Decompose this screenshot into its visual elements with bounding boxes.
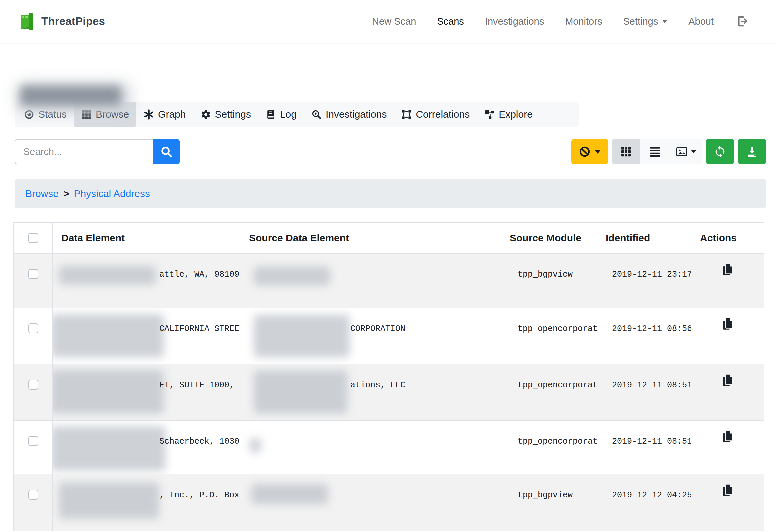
nav-about[interactable]: About (688, 16, 714, 27)
redacted-blur (59, 266, 156, 285)
data-element-text: attle, WA, 98109 (159, 270, 239, 279)
identified-text: 2019-12-12 04:25 (597, 474, 691, 531)
copy-icon (721, 373, 735, 388)
nav-monitors[interactable]: Monitors (565, 16, 602, 27)
ban-icon (579, 146, 591, 158)
nav-settings-label: Settings (623, 16, 658, 27)
select-all-checkbox[interactable] (28, 233, 38, 243)
source-data-element-text: ations, LLC (350, 380, 405, 390)
copy-button[interactable] (721, 317, 735, 331)
search-box (15, 139, 180, 164)
search-input[interactable] (15, 139, 153, 164)
nav-links: New Scan Scans Investigations Monitors S… (372, 14, 750, 29)
identified-text: 2019-12-11 23:17 (597, 254, 691, 308)
image-view-dropdown-button[interactable] (670, 139, 702, 164)
identified-text: 2019-12-11 08:56 (597, 308, 691, 364)
copy-button[interactable] (721, 429, 735, 444)
top-navbar: ThreatPipes New Scan Scans Investigation… (0, 0, 776, 43)
data-element-text: CALIFORNIA STREET (159, 324, 240, 334)
row-checkbox[interactable] (28, 323, 38, 333)
search-icon (160, 145, 173, 158)
list-icon (649, 146, 661, 158)
redacted-blur (250, 438, 261, 453)
nav-settings[interactable]: Settings (623, 16, 667, 27)
row-checkbox[interactable] (28, 436, 38, 446)
asterisk-icon (144, 109, 154, 120)
table-row: Schaerbeek, 1030 tpp_opencorporates 2019… (14, 421, 764, 474)
brand-name: ThreatPipes (41, 15, 105, 28)
copy-button[interactable] (721, 262, 735, 277)
search-button[interactable] (153, 139, 180, 164)
copy-icon (721, 429, 735, 444)
identified-text: 2019-12-11 08:51 (597, 421, 691, 474)
view-toggle-group (612, 139, 702, 164)
sign-out-icon (735, 14, 750, 29)
redacted-blur (53, 370, 164, 414)
nav-investigations[interactable]: Investigations (485, 16, 544, 27)
data-element-text: ET, SUITE 1000, N (159, 380, 240, 390)
source-data-element-text: CORPORATION (350, 324, 405, 334)
data-element-text: , Inc., P.O. Box 8 (159, 490, 240, 500)
table-header-row: Data Element Source Data Element Source … (14, 223, 764, 254)
table-row: attle, WA, 98109 tpp_bgpview 2019-12-11 … (14, 254, 764, 308)
tab-graph[interactable]: Graph (136, 102, 193, 127)
copy-icon (721, 317, 735, 331)
frame-icon (401, 109, 412, 120)
redacted-blur (254, 370, 348, 414)
nav-scans[interactable]: Scans (437, 16, 464, 27)
copy-button[interactable] (721, 373, 735, 388)
redacted-blur (254, 315, 350, 357)
magnifier-bolt-icon (311, 109, 322, 120)
row-checkbox[interactable] (28, 269, 38, 279)
table-row: ET, SUITE 1000, N ations, LLC tpp_openco… (14, 364, 764, 421)
redacted-blur (59, 482, 159, 519)
download-icon (746, 145, 758, 158)
redacted-blur (53, 314, 164, 357)
gear-icon (201, 109, 211, 120)
col-source-data-element: Source Data Element (240, 232, 349, 244)
identified-text: 2019-12-11 08:51 (597, 364, 691, 420)
tab-correlations[interactable]: Correlations (394, 102, 477, 127)
download-button[interactable] (738, 139, 766, 164)
row-checkbox[interactable] (28, 380, 38, 390)
chevron-down-icon (691, 150, 696, 153)
breadcrumb-physical-address[interactable]: Physical Address (74, 188, 150, 199)
scan-title-area (0, 43, 776, 102)
nav-new-scan[interactable]: New Scan (372, 16, 416, 27)
table-row: CALIFORNIA STREET CORPORATION tpp_openco… (14, 308, 764, 364)
refresh-button[interactable] (706, 139, 734, 164)
source-module-text: tpp_opencorporates (501, 308, 597, 364)
table-row: , Inc., P.O. Box 8 tpp_bgpview 2019-12-1… (14, 474, 764, 531)
breadcrumb-browse[interactable]: Browse (25, 188, 59, 199)
row-checkbox[interactable] (28, 490, 38, 500)
copy-button[interactable] (721, 483, 735, 498)
brand[interactable]: ThreatPipes (20, 13, 105, 30)
copy-icon (721, 262, 735, 277)
list-view-button[interactable] (640, 139, 670, 164)
sitemap-icon (484, 109, 495, 120)
logout-button[interactable] (735, 14, 750, 29)
tab-explore[interactable]: Explore (477, 102, 540, 127)
redacted-scan-title (21, 86, 121, 105)
source-module-text: tpp_bgpview (501, 474, 597, 531)
source-module-text: tpp_opencorporates (501, 364, 597, 420)
sync-icon (713, 145, 727, 158)
copy-icon (721, 483, 735, 498)
threatpipes-logo-icon (20, 13, 35, 30)
col-source-module: Source Module (501, 232, 581, 244)
tab-log[interactable]: Log (258, 102, 304, 127)
table-tools (571, 139, 766, 164)
col-actions: Actions (691, 232, 737, 244)
chevron-down-icon (595, 150, 601, 154)
tab-settings[interactable]: Settings (193, 102, 258, 127)
tab-correlations-label: Correlations (416, 109, 470, 120)
redacted-blur (53, 426, 166, 471)
filter-dropdown-button[interactable] (571, 139, 608, 164)
tab-investigations[interactable]: Investigations (304, 102, 394, 127)
grid-view-button[interactable] (612, 139, 640, 164)
source-module-text: tpp_opencorporates (501, 421, 597, 474)
data-element-text: Schaerbeek, 1030 (159, 437, 239, 446)
image-icon (676, 146, 688, 158)
col-data-element: Data Element (53, 232, 125, 244)
col-identified: Identified (597, 232, 650, 244)
